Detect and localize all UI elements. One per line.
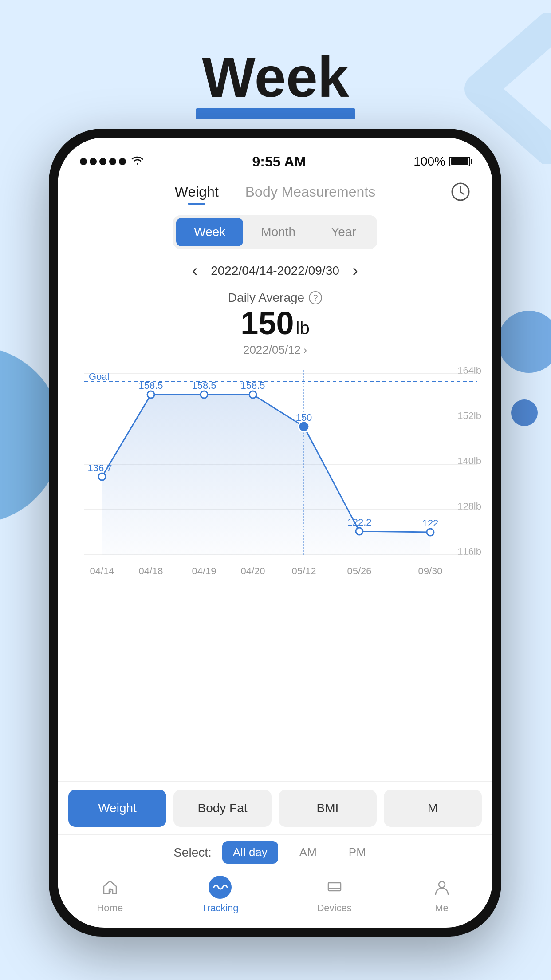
svg-text:158.5: 158.5 [240,380,265,391]
select-am[interactable]: AM [289,841,327,864]
bottom-nav: Home Tracking Devices [58,870,492,928]
metric-more[interactable]: M [384,790,482,827]
metric-tabs: Weight Body Fat BMI M [58,781,492,834]
daily-avg-label: Daily Average ? [228,291,322,305]
nav-home-label: Home [97,902,123,914]
svg-text:04/20: 04/20 [240,565,265,577]
tracking-icon [209,876,232,899]
period-month[interactable]: Month [243,218,313,246]
status-bar: 9:55 AM 100% [58,138,492,173]
select-all-day[interactable]: All day [222,841,278,864]
battery-fill [451,158,468,165]
svg-text:09/30: 09/30 [418,565,442,577]
signal-dots [80,158,126,165]
svg-text:136.7: 136.7 [87,462,112,474]
svg-text:116lb: 116lb [457,546,481,557]
phone-screen: 9:55 AM 100% Weight Body Measurements [58,138,492,928]
svg-text:158.5: 158.5 [192,380,216,391]
signal-dot-1 [80,158,87,165]
me-icon [430,876,453,899]
svg-text:152lb: 152lb [457,410,481,421]
svg-text:150: 150 [296,412,312,423]
svg-point-38 [109,891,111,893]
signal-dot-3 [99,158,106,165]
battery-icon [449,157,470,166]
metric-bmi[interactable]: BMI [279,790,377,827]
svg-point-18 [147,391,154,398]
signal-area [80,154,145,169]
svg-point-17 [98,473,106,480]
svg-text:158.5: 158.5 [138,380,163,391]
svg-point-42 [439,881,445,888]
daily-average-section: Daily Average ? 150lb 2022/05/12 › [58,291,492,357]
phone-frame: 9:55 AM 100% Weight Body Measurements [49,129,501,937]
date-range-text: 2022/04/14-2022/09/30 [211,264,339,278]
metric-body-fat[interactable]: Body Fat [173,790,272,827]
next-date-arrow[interactable]: › [353,261,358,280]
nav-devices-label: Devices [317,902,351,914]
chart-svg: 164lb 152lb 140lb 128lb 116lb Goal [58,361,492,601]
nav-me-label: Me [435,902,449,914]
battery-area: 100% [413,154,470,169]
svg-text:Goal: Goal [89,371,109,382]
svg-point-22 [356,528,363,535]
svg-line-2 [460,192,464,194]
svg-point-23 [427,529,434,536]
svg-text:122: 122 [422,518,439,529]
svg-text:164lb: 164lb [457,365,481,376]
tab-body-measurements[interactable]: Body Measurements [245,184,375,205]
tab-weight[interactable]: Weight [175,184,219,205]
select-label: Select: [173,846,212,860]
nav-tracking[interactable]: Tracking [201,876,239,914]
battery-pct: 100% [413,154,445,169]
home-icon [98,876,122,899]
help-icon[interactable]: ? [309,291,322,304]
metric-weight[interactable]: Weight [68,790,166,827]
nav-tracking-label: Tracking [201,902,239,914]
select-pm[interactable]: PM [338,841,377,864]
svg-text:05/12: 05/12 [291,565,316,577]
week-title-text: Week [202,49,349,106]
period-week[interactable]: Week [176,218,243,246]
period-selector: Week Month Year [173,215,377,249]
week-title-underline [196,108,355,119]
signal-dot-2 [90,158,97,165]
daily-avg-value: 150lb [240,305,309,341]
svg-text:122.2: 122.2 [347,517,371,528]
signal-dot-5 [119,158,126,165]
wifi-icon [130,154,145,169]
svg-text:04/18: 04/18 [138,565,163,577]
nav-devices[interactable]: Devices [317,876,351,914]
svg-rect-39 [328,883,341,891]
date-chevron: › [303,344,307,356]
svg-text:128lb: 128lb [457,501,481,512]
svg-text:140lb: 140lb [457,455,481,466]
devices-icon [323,876,346,899]
svg-text:05/26: 05/26 [347,565,371,577]
week-title-area: Week [0,49,551,119]
clock-button[interactable] [451,182,470,203]
period-year[interactable]: Year [313,218,374,246]
signal-dot-4 [109,158,116,165]
nav-home[interactable]: Home [97,876,123,914]
bg-dot [511,399,538,426]
bg-blob [498,311,551,373]
select-row: Select: All day AM PM [58,834,492,870]
chart-area: 164lb 152lb 140lb 128lb 116lb Goal [58,361,492,781]
svg-point-19 [201,391,208,398]
svg-point-20 [249,391,256,398]
daily-avg-date[interactable]: 2022/05/12 › [243,343,307,357]
svg-text:04/14: 04/14 [90,565,114,577]
svg-marker-15 [102,395,430,555]
prev-date-arrow[interactable]: ‹ [192,261,197,280]
nav-me[interactable]: Me [430,876,453,914]
status-time: 9:55 AM [252,154,306,170]
date-nav: ‹ 2022/04/14-2022/09/30 › [58,261,492,280]
svg-text:04/19: 04/19 [192,565,216,577]
